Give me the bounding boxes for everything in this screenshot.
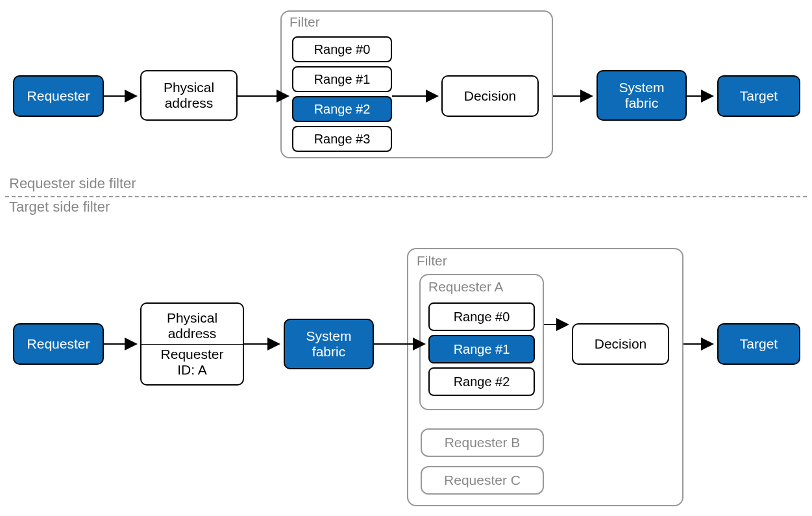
arrows-layer bbox=[0, 0, 812, 516]
